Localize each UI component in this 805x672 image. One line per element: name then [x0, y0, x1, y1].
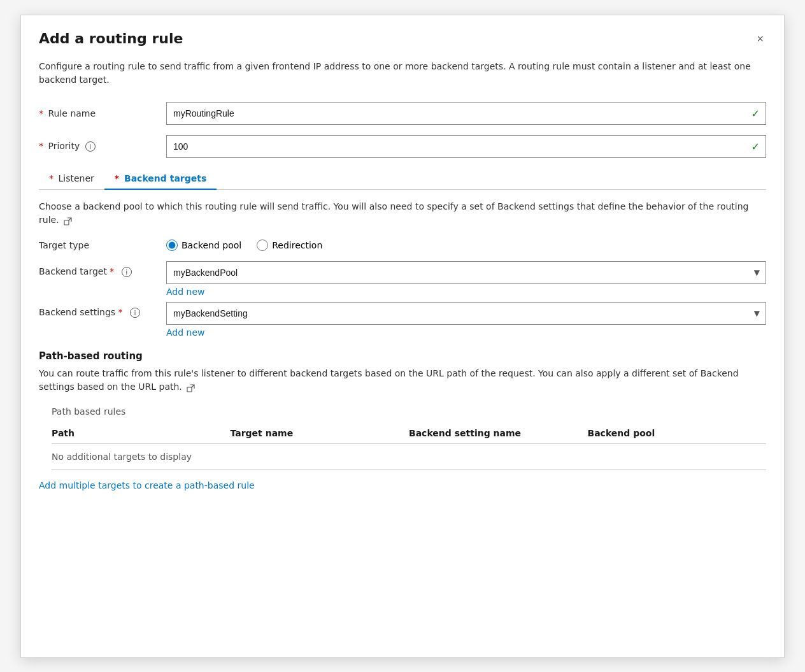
backend-target-select[interactable]: myBackendPool	[166, 261, 766, 284]
svg-line-3	[192, 385, 194, 387]
backend-settings-label: Backend settings * i	[39, 302, 166, 318]
priority-control: ✓	[166, 135, 766, 158]
backend-target-dropdown-wrap: myBackendPool ▼	[166, 261, 766, 284]
path-based-routing-section: Path-based routing You can route traffic…	[39, 350, 766, 470]
add-multiple-targets-link[interactable]: Add multiple targets to create a path-ba…	[39, 480, 255, 490]
rule-name-control: ✓	[166, 102, 766, 125]
backend-targets-content: Choose a backend pool to which this rout…	[39, 200, 766, 490]
path-based-external-link-icon[interactable]	[187, 383, 196, 392]
radio-backend-pool[interactable]: Backend pool	[166, 239, 241, 251]
path-based-title: Path-based routing	[39, 350, 766, 362]
table-empty-row: No additional targets to display	[52, 443, 766, 469]
priority-label-col: * Priority i	[39, 141, 166, 152]
svg-rect-0	[64, 220, 69, 225]
priority-info-icon[interactable]: i	[85, 141, 96, 152]
backend-settings-select[interactable]: myBackendSetting	[166, 302, 766, 325]
path-based-rules-table: Path Target name Backend setting name Ba…	[52, 423, 766, 470]
intro-description: Configure a routing rule to send traffic…	[39, 60, 766, 87]
backend-settings-info-icon[interactable]: i	[130, 308, 140, 318]
priority-input[interactable]	[166, 135, 766, 158]
backend-target-info-icon[interactable]: i	[122, 267, 132, 277]
rule-name-label: * Rule name	[39, 108, 166, 118]
path-based-rules-title: Path based rules	[52, 406, 766, 417]
radio-redirection-input[interactable]	[257, 239, 268, 251]
path-based-rules-section: Path based rules Path Target name Backen…	[52, 406, 766, 470]
svg-line-1	[69, 218, 71, 220]
dialog-title: Add a routing rule	[39, 31, 183, 46]
backend-settings-dropdown-wrap: myBackendSetting ▼	[166, 302, 766, 325]
priority-row: * Priority i ✓	[39, 135, 766, 158]
dialog-header: Add a routing rule ×	[39, 31, 766, 47]
col-backend-setting-name: Backend setting name	[409, 423, 588, 444]
target-type-row: Target type Backend pool Redirection	[39, 239, 766, 251]
target-type-label: Target type	[39, 240, 166, 250]
backend-target-label: Backend target * i	[39, 261, 166, 278]
col-path: Path	[52, 423, 231, 444]
table-header-row: Path Target name Backend setting name Ba…	[52, 423, 766, 444]
external-link-icon[interactable]	[64, 216, 73, 225]
tabs-row: * Listener * Backend targets	[39, 168, 766, 190]
col-target-name: Target name	[231, 423, 410, 444]
backend-target-control: myBackendPool ▼ Add new	[166, 261, 766, 297]
col-backend-pool: Backend pool	[588, 423, 767, 444]
priority-required-star: *	[39, 141, 43, 151]
radio-redirection[interactable]: Redirection	[257, 239, 322, 251]
svg-rect-2	[187, 387, 192, 392]
backend-settings-add-new[interactable]: Add new	[166, 327, 766, 338]
backend-settings-row: Backend settings * i myBackendSetting ▼ …	[39, 302, 766, 338]
priority-checkmark: ✓	[752, 140, 760, 152]
rule-name-input[interactable]	[166, 102, 766, 125]
table-empty-message: No additional targets to display	[52, 443, 766, 469]
tab-listener[interactable]: * Listener	[39, 168, 104, 190]
rule-name-checkmark: ✓	[752, 107, 760, 119]
tab-backend-targets[interactable]: * Backend targets	[104, 168, 217, 190]
close-button[interactable]: ×	[754, 31, 766, 47]
backend-targets-description: Choose a backend pool to which this rout…	[39, 200, 766, 227]
rule-name-row: * Rule name ✓	[39, 102, 766, 125]
backend-settings-control: myBackendSetting ▼ Add new	[166, 302, 766, 338]
path-based-description: You can route traffic from this rule's l…	[39, 367, 766, 394]
backend-target-row: Backend target * i myBackendPool ▼ Add n…	[39, 261, 766, 297]
add-routing-rule-dialog: Add a routing rule × Configure a routing…	[20, 15, 785, 658]
radio-backend-pool-input[interactable]	[166, 239, 178, 251]
target-type-radio-group: Backend pool Redirection	[166, 239, 322, 251]
rule-name-required-star: *	[39, 108, 43, 118]
backend-target-add-new[interactable]: Add new	[166, 287, 766, 297]
